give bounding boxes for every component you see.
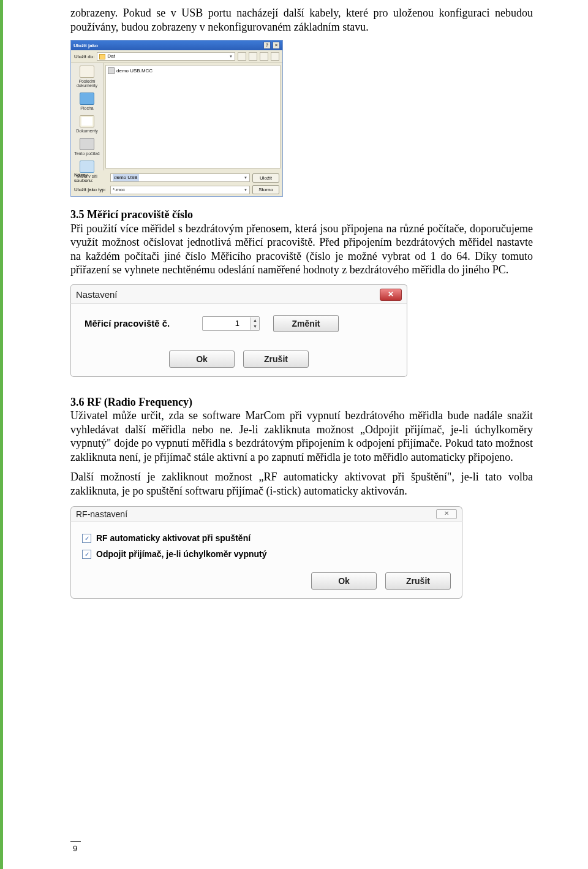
section-3-5-heading: 3.5 Měřicí pracoviště číslo	[70, 208, 193, 221]
place-recent[interactable]: Poslední dokumenty	[71, 63, 103, 90]
spin-down-icon[interactable]: ▼	[251, 324, 259, 330]
places-bar: Poslední dokumenty Plocha Dokumenty Tent…	[71, 63, 104, 170]
rf-title: RF-nastavení	[76, 509, 127, 519]
settings-dialog: Nastavení ✕ Měřicí pracoviště č. 1 ▲▼ Zm…	[70, 284, 407, 377]
cancel-button[interactable]: Storno	[252, 185, 279, 194]
close-icon[interactable]: ✕	[380, 289, 402, 301]
close-icon[interactable]: ×	[273, 42, 280, 49]
list-item[interactable]: demo USB.MCC	[108, 67, 278, 74]
nav-back-icon[interactable]	[238, 52, 246, 61]
checkbox-rf-auto[interactable]: ✓	[82, 534, 91, 543]
filetype-combo[interactable]: *.mcc▼	[110, 186, 250, 194]
help-icon[interactable]: ?	[263, 42, 271, 49]
lookin-value: Dat	[107, 53, 115, 60]
settings-titlebar[interactable]: Nastavení ✕	[70, 284, 407, 303]
place-documents[interactable]: Dokumenty	[71, 113, 103, 135]
section-3-5: 3.5 Měřicí pracoviště číslo Při použití …	[70, 208, 533, 277]
view-icon[interactable]	[271, 52, 279, 61]
ok-button[interactable]: Ok	[311, 572, 377, 590]
lookin-combo[interactable]: Dat ▼	[97, 52, 235, 61]
spin-up-icon[interactable]: ▲	[251, 317, 259, 324]
close-icon[interactable]: ✕	[436, 509, 457, 519]
checkbox-rf-disconnect-label: Odpojit přijímač, je-li úchylkoměr vypnu…	[96, 549, 267, 559]
place-computer[interactable]: Tento počítač	[71, 135, 103, 158]
save-as-dialog: Uložit jako ? × Uložit do: Dat ▼ Posledn…	[70, 40, 283, 197]
cancel-button[interactable]: Zrušit	[385, 572, 451, 590]
section-3-6-body: Uživatel může určit, zda se software Mar…	[70, 409, 533, 463]
file-icon	[108, 67, 115, 74]
settings-title: Nastavení	[76, 289, 118, 300]
section-3-6-p2: Další možností je zakliknout možnost „RF…	[70, 470, 533, 498]
intro-paragraph: zobrazeny. Pokud se v USB portu nacházej…	[70, 6, 533, 34]
checkbox-rf-disconnect[interactable]: ✓	[82, 550, 91, 559]
filetype-label: Uložit jako typ:	[74, 187, 108, 192]
workstation-label: Měřicí pracoviště č.	[85, 318, 189, 328]
chevron-down-icon: ▼	[244, 174, 247, 181]
filename-input[interactable]: demo USB▼	[110, 173, 250, 182]
rf-titlebar[interactable]: RF-nastavení ✕	[70, 506, 462, 522]
section-3-6: 3.6 RF (Radio Frequency) Uživatel může u…	[70, 395, 533, 465]
checkbox-rf-auto-label: RF automaticky aktivovat při spuštění	[96, 533, 251, 543]
workstation-spinner[interactable]: 1 ▲▼	[202, 316, 260, 331]
change-button[interactable]: Změnit	[273, 315, 339, 332]
place-desktop[interactable]: Plocha	[71, 90, 103, 113]
chevron-down-icon: ▼	[244, 186, 247, 194]
save-as-toolbar: Uložit do: Dat ▼	[71, 50, 282, 63]
file-name: demo USB.MCC	[116, 68, 153, 74]
file-list[interactable]: demo USB.MCC	[105, 65, 281, 169]
cancel-button[interactable]: Zrušit	[243, 351, 309, 368]
chevron-down-icon: ▼	[229, 53, 233, 60]
section-3-5-body: Při použití více měřidel s bezdrátovým p…	[70, 222, 533, 276]
ok-button[interactable]: Ok	[169, 351, 235, 368]
new-folder-icon[interactable]	[260, 52, 268, 61]
folder-icon	[99, 54, 105, 59]
page-number: 9	[70, 841, 81, 853]
lookin-label: Uložit do:	[74, 54, 94, 59]
save-button[interactable]: Uložit	[252, 173, 279, 183]
save-as-titlebar[interactable]: Uložit jako ? ×	[71, 40, 282, 50]
section-3-6-heading: 3.6 RF (Radio Frequency)	[70, 396, 192, 408]
save-as-title-text: Uložit jako	[74, 43, 98, 48]
workstation-value: 1	[203, 319, 251, 328]
filename-label: Název souboru:	[74, 172, 108, 183]
rf-settings-dialog: RF-nastavení ✕ ✓ RF automaticky aktivova…	[70, 506, 462, 599]
nav-up-icon[interactable]	[249, 52, 257, 61]
